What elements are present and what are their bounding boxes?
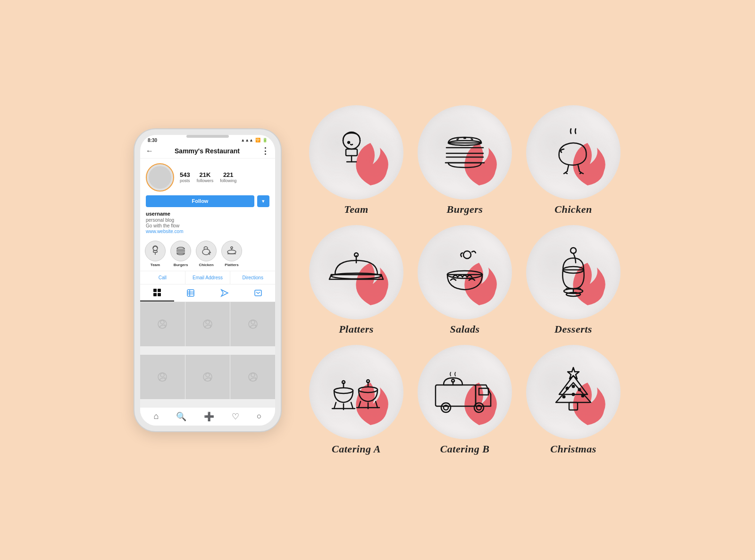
icon-circle-catering-a bbox=[309, 345, 403, 439]
tab-reels[interactable] bbox=[174, 284, 208, 301]
call-button[interactable]: Call bbox=[140, 271, 185, 284]
highlights-row: Team Burgers bbox=[140, 237, 275, 271]
svg-point-61 bbox=[566, 293, 580, 296]
svg-point-28 bbox=[160, 373, 164, 377]
posts-label: posts bbox=[180, 178, 190, 183]
grid-post-1[interactable] bbox=[140, 302, 185, 347]
icon-highlight-grid: Team Burgers bbox=[309, 105, 621, 455]
phone-screen: 8:30 ▲▲▲ 🛜 🔋 ← Sammy's Restaurant ⋮ bbox=[140, 135, 275, 426]
grid-post-3[interactable] bbox=[230, 302, 275, 347]
profile-username: username bbox=[146, 211, 269, 217]
more-button[interactable]: ⋮ bbox=[261, 146, 269, 156]
email-button[interactable]: Email Address bbox=[185, 271, 231, 284]
svg-point-64 bbox=[342, 381, 345, 384]
phone-notch bbox=[186, 135, 229, 138]
icon-cell-catering-b[interactable]: Catering B bbox=[418, 345, 512, 455]
grid-post-2[interactable] bbox=[185, 302, 230, 347]
highlight-burgers[interactable]: Burgers bbox=[170, 241, 191, 267]
icon-label-desserts: Desserts bbox=[554, 323, 592, 335]
svg-point-56 bbox=[570, 248, 576, 253]
svg-rect-86 bbox=[569, 402, 578, 410]
add-nav-icon[interactable]: ➕ bbox=[204, 411, 214, 422]
follow-row: Follow ▾ bbox=[146, 195, 269, 207]
highlight-platters[interactable]: Platters bbox=[221, 241, 242, 267]
avatar bbox=[146, 163, 174, 192]
stat-posts: 543 posts bbox=[180, 171, 190, 183]
grid-post-5[interactable] bbox=[185, 355, 230, 400]
tab-mentions[interactable] bbox=[242, 284, 276, 301]
nav-bar: ← Sammy's Restaurant ⋮ bbox=[140, 144, 275, 159]
directions-button[interactable]: Directions bbox=[230, 271, 275, 284]
icon-label-catering-a: Catering A bbox=[332, 443, 381, 455]
icon-label-burgers: Burgers bbox=[447, 203, 483, 216]
icon-label-salads: Salads bbox=[450, 323, 480, 335]
posts-count: 543 bbox=[180, 171, 190, 178]
svg-point-87 bbox=[566, 386, 569, 390]
stats-row: 543 posts 21K followers 221 following bbox=[180, 171, 269, 183]
battery-icon: 🔋 bbox=[262, 138, 268, 142]
icon-circle-burgers bbox=[418, 105, 512, 200]
icon-cell-desserts[interactable]: Desserts bbox=[526, 225, 621, 335]
profile-nav-icon[interactable]: ○ bbox=[257, 411, 262, 421]
highlight-circle-team bbox=[145, 241, 166, 261]
icon-cell-salads[interactable]: Salads bbox=[418, 225, 512, 335]
svg-point-30 bbox=[206, 373, 210, 377]
svg-point-10 bbox=[231, 247, 233, 249]
svg-rect-21 bbox=[255, 290, 261, 296]
highlight-circle-platters bbox=[221, 241, 242, 261]
svg-line-66 bbox=[351, 402, 353, 409]
highlight-label-chicken: Chicken bbox=[199, 263, 213, 267]
svg-rect-35 bbox=[346, 149, 357, 156]
svg-rect-76 bbox=[436, 385, 476, 406]
svg-marker-83 bbox=[568, 368, 579, 379]
tab-grid[interactable] bbox=[140, 284, 174, 301]
profile-section: 543 posts 21K followers 221 following bbox=[140, 159, 275, 237]
icon-cell-chicken[interactable]: Chicken bbox=[526, 105, 621, 216]
svg-rect-13 bbox=[158, 289, 161, 292]
grid-post-4[interactable] bbox=[140, 355, 185, 400]
icon-cell-burgers[interactable]: Burgers bbox=[418, 105, 512, 216]
icon-label-team: Team bbox=[344, 203, 368, 216]
home-nav-icon[interactable]: ⌂ bbox=[153, 411, 159, 421]
tab-tagged[interactable] bbox=[208, 284, 242, 301]
svg-point-77 bbox=[441, 403, 451, 412]
highlight-chicken[interactable]: Chicken bbox=[196, 241, 217, 267]
icon-label-christmas: Christmas bbox=[550, 443, 596, 455]
svg-point-79 bbox=[474, 403, 484, 412]
profile-website[interactable]: www.website.com bbox=[146, 229, 269, 234]
page-title: Sammy's Restaurant bbox=[175, 147, 240, 155]
back-button[interactable]: ← bbox=[146, 147, 153, 155]
follow-dropdown-button[interactable]: ▾ bbox=[257, 195, 269, 207]
profile-bio-line1: personal blog bbox=[146, 217, 269, 223]
svg-line-65 bbox=[334, 402, 336, 409]
wifi-icon: 🛜 bbox=[255, 138, 260, 142]
svg-point-82 bbox=[452, 379, 454, 382]
icon-cell-platters[interactable]: Platters bbox=[309, 225, 403, 335]
highlight-label-platters: Platters bbox=[225, 263, 238, 267]
svg-line-72 bbox=[359, 401, 361, 408]
svg-point-8 bbox=[227, 250, 236, 254]
svg-line-7 bbox=[209, 252, 211, 253]
icon-cell-catering-a[interactable]: Catering A bbox=[309, 345, 403, 455]
svg-rect-14 bbox=[153, 293, 157, 296]
svg-point-54 bbox=[463, 251, 471, 259]
icon-cell-team[interactable]: Team bbox=[309, 105, 403, 216]
grid-post-6[interactable] bbox=[230, 355, 275, 400]
svg-rect-1 bbox=[153, 251, 157, 252]
svg-point-69 bbox=[359, 387, 378, 393]
icon-circle-catering-b bbox=[418, 345, 512, 439]
svg-rect-15 bbox=[158, 293, 161, 296]
follow-button[interactable]: Follow bbox=[146, 195, 254, 207]
highlight-team[interactable]: Team bbox=[145, 241, 166, 267]
svg-point-48 bbox=[354, 253, 358, 257]
bottom-navigation: ⌂ 🔍 ➕ ♡ ○ bbox=[140, 407, 275, 426]
svg-line-52 bbox=[381, 275, 383, 279]
action-buttons: Call Email Address Directions bbox=[140, 271, 275, 284]
svg-marker-20 bbox=[221, 290, 228, 296]
status-icons: ▲▲▲ 🛜 🔋 bbox=[241, 138, 268, 142]
icon-cell-christmas[interactable]: Christmas bbox=[526, 345, 621, 455]
stat-following: 221 following bbox=[220, 171, 236, 183]
svg-line-51 bbox=[329, 275, 331, 279]
heart-nav-icon[interactable]: ♡ bbox=[232, 411, 239, 422]
search-nav-icon[interactable]: 🔍 bbox=[176, 411, 186, 422]
